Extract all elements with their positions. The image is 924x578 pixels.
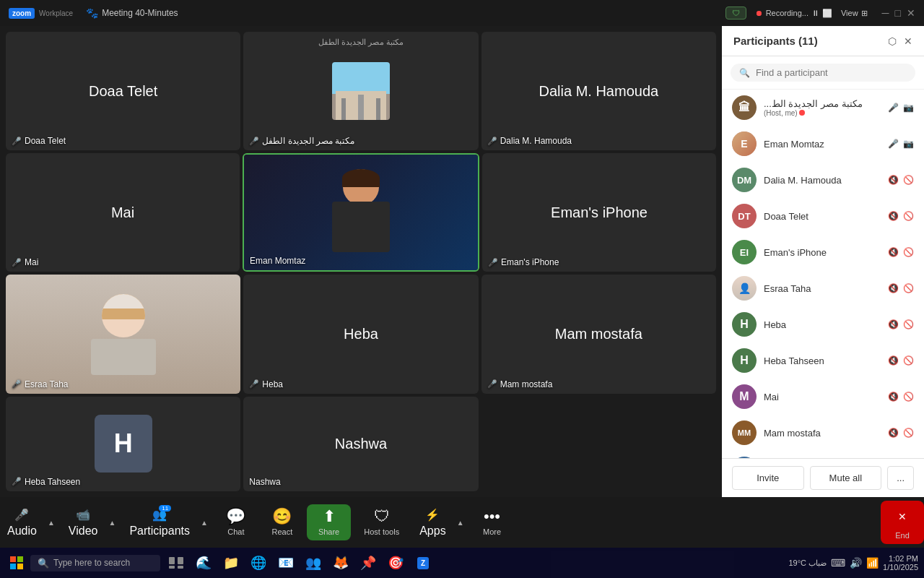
start-button[interactable] — [6, 552, 27, 574]
participant-name-dalia: Dalia M. Hamouda — [539, 83, 659, 100]
tile-dalia[interactable]: Dalia M. Hamouda 🎤 Dalia M. Hamouda — [481, 32, 716, 150]
time-date[interactable]: 1:02 PM 1/10/2025 — [883, 554, 918, 571]
taskbar-icon-zoom[interactable]: Z — [410, 550, 436, 576]
participant-badge-library: (Host, me) — [764, 109, 881, 117]
taskbar-icon-edge[interactable]: 🌊 — [191, 550, 217, 576]
chat-button[interactable]: 💬 Chat — [214, 504, 258, 540]
apps-caret[interactable]: ▲ — [453, 504, 468, 542]
tile-emaniphone[interactable]: Eman's iPhone 🎤 Eman's iPhone — [482, 153, 716, 272]
taskbar-icon-folder[interactable]: 📁 — [218, 550, 244, 576]
close-panel-icon[interactable]: ✕ — [904, 35, 912, 47]
mute-icon-emaniphone: 🎤 — [488, 258, 498, 267]
taskbar-search-icon: 🔍 — [38, 558, 49, 569]
tile-mam[interactable]: Mam mostafa 🎤 Mam mostafa — [481, 275, 716, 393]
taskbar-icon-task-view[interactable] — [163, 550, 189, 576]
meeting-title: 🐾 Meeting 40-Minutes — [86, 7, 178, 19]
close-button[interactable]: ✕ — [907, 7, 915, 19]
participants-icon: 👥 11 — [152, 508, 167, 522]
search-container: 🔍 — [722, 56, 924, 90]
participant-controls-mai: 🔇 🚫 — [888, 392, 914, 402]
participant-avatar-esraa: 👤 — [732, 276, 757, 301]
tile-eman[interactable]: Eman Momtaz — [243, 153, 479, 272]
mute-all-button[interactable]: Mute all — [810, 466, 882, 490]
end-button[interactable]: ✕ End — [881, 501, 924, 544]
participant-item-emaniphone[interactable]: EI Eman's iPhone 🔇 🚫 — [722, 234, 924, 270]
share-button[interactable]: ⬆ Share — [307, 504, 351, 540]
mute-icon-esraa: 🎤 — [12, 379, 22, 389]
participant-name-doaa: Doaa Telet — [89, 83, 157, 100]
participant-controls-eman: 🎤 📷 — [888, 139, 914, 149]
participant-avatar-dalia: DM — [732, 168, 757, 192]
participant-item-doaa[interactable]: DT Doaa Telet 🔇 🚫 — [722, 198, 924, 234]
video-caret[interactable]: ▲ — [105, 504, 119, 542]
tile-doaa[interactable]: Doaa Telet 🎤 Doaa Telet — [6, 32, 240, 150]
participant-search-input[interactable] — [756, 67, 907, 78]
tile-esraa[interactable]: 🎤 Esraa Taha — [6, 275, 240, 393]
popout-icon[interactable]: ⬡ — [888, 35, 897, 47]
participant-info-mammostafa: Mam mostafa — [764, 428, 881, 439]
participant-item-hebatahseen[interactable]: H Heba Tahseen 🔇 🚫 — [722, 342, 924, 379]
participants-caret[interactable]: ▲ — [197, 504, 212, 542]
participants-button[interactable]: 👥 11 Participants — [122, 504, 197, 542]
taskbar-network-icon[interactable]: 📶 — [866, 557, 879, 569]
taskbar-icon-firefox[interactable]: 🦊 — [328, 550, 354, 576]
maximize-button[interactable]: □ — [895, 7, 901, 19]
svg-rect-1 — [17, 556, 23, 562]
more-button[interactable]: ••• More — [471, 504, 514, 540]
name-label-heba: 🎤 Heba — [249, 379, 283, 389]
more-options-button[interactable]: ... — [887, 466, 914, 490]
participant-controls-heba: 🔇 🚫 — [888, 319, 914, 329]
taskbar-icon-misc1[interactable]: 🎯 — [383, 550, 409, 576]
taskbar-icon-teams[interactable]: 👥 — [300, 550, 326, 576]
share-icon: ⬆ — [323, 509, 336, 525]
audio-button[interactable]: 🎤 Audio — [0, 504, 44, 542]
taskbar-search[interactable]: 🔍 Type here to search — [30, 555, 160, 571]
invite-button[interactable]: Invite — [732, 466, 804, 490]
heba-tahseen-avatar: H — [95, 415, 152, 473]
react-button[interactable]: 😊 React — [261, 504, 304, 540]
participant-info-dalia: Dalia M. Hamouda — [764, 175, 881, 186]
taskbar-icon-chrome[interactable]: 🌐 — [245, 550, 271, 576]
participant-avatar-library: 🏛 — [732, 95, 757, 120]
participant-info-heba: Heba — [764, 319, 881, 330]
participant-name-eman-panel: Eman Momtaz — [764, 139, 881, 150]
tile-heba[interactable]: Heba 🎤 Heba — [243, 275, 478, 393]
tile-nashwa[interactable]: Nashwa Nashwa — [243, 397, 478, 491]
toolbar: 🎤 Audio ▲ 📹 Video ▲ 👥 11 Participants ▲ … — [0, 497, 924, 548]
participants-btn-group: 👥 11 Participants ▲ — [122, 504, 212, 542]
view-button[interactable]: View ⊞ — [841, 9, 868, 18]
audio-caret[interactable]: ▲ — [44, 504, 58, 542]
mic-icon-emaniphone: 🔇 — [888, 247, 899, 257]
apps-button[interactable]: ⚡ Apps — [412, 504, 453, 542]
minimize-button[interactable]: ─ — [882, 7, 889, 19]
participant-item-dalia[interactable]: DM Dalia M. Hamouda 🔇 🚫 — [722, 162, 924, 198]
participant-item-library[interactable]: 🏛 ...مكتبة مصر الجديدة الط (Host, me) 🎤 … — [722, 90, 924, 126]
participant-item-esraa[interactable]: 👤 Esraa Taha 🔇 🚫 — [722, 270, 924, 306]
tile-hebatahseen[interactable]: H 🎤 Heba Tahseen — [6, 397, 240, 491]
participant-item-mai[interactable]: M Mai 🔇 🚫 — [722, 379, 924, 415]
panel-icons: ⬡ ✕ — [888, 35, 912, 47]
participant-controls-dalia: 🔇 🚫 — [888, 175, 914, 185]
video-button[interactable]: 📹 Video — [61, 504, 105, 542]
mute-icon-mam: 🎤 — [487, 379, 497, 389]
participant-info-doaa: Doaa Telet — [764, 211, 881, 222]
participant-item-eman[interactable]: E Eman Momtaz 🎤 📷 — [722, 126, 924, 162]
taskbar-icon-pinterest[interactable]: 📌 — [355, 550, 381, 576]
participant-info-library: ...مكتبة مصر الجديدة الط (Host, me) — [764, 98, 881, 117]
taskbar-search-placeholder: Type here to search — [53, 558, 130, 568]
tile-library[interactable]: مكتبة مصر الجديدة الطفل 🎤 مكتبة مصر الجد… — [243, 32, 478, 150]
taskbar-apps: 🌊 📁 🌐 📧 👥 🦊 📌 🎯 Z — [163, 550, 436, 576]
taskbar-speaker-icon[interactable]: 🔊 — [850, 557, 862, 569]
mic-icon-esraa: 🔇 — [888, 283, 899, 293]
zoom-logo: zoom Workplace — [9, 8, 73, 19]
participant-item-nashwa[interactable]: N Nashwa 🔇 🚫 — [722, 451, 924, 458]
participant-item-heba[interactable]: H Heba 🔇 🚫 — [722, 306, 924, 342]
taskbar-icon-outlook[interactable]: 📧 — [273, 550, 299, 576]
participant-item-mammostafa[interactable]: MM Mam mostafa 🔇 🚫 — [722, 415, 924, 451]
taskbar-right: 19°C ضباب ⌨ 🔊 📶 1:02 PM 1/10/2025 — [788, 554, 918, 571]
apps-icon: ⚡ — [425, 508, 440, 522]
hosttools-button[interactable]: 🛡 Host tools — [354, 504, 409, 540]
tile-mai[interactable]: Mai 🎤 Mai — [6, 153, 240, 272]
chat-icon: 💬 — [226, 509, 245, 525]
title-controls: 🛡 ⏺ Recording... ⏸ ⬜ View ⊞ ─ □ ✕ — [725, 7, 915, 20]
